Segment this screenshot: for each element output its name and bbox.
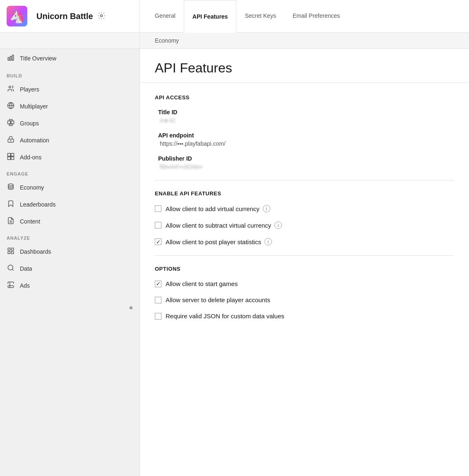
- checkbox-row-delete-accounts: Allow server to delete player accounts: [155, 296, 454, 303]
- checkbox-subtract-virtual-currency-label: Allow client to subtract virtual currenc…: [166, 222, 271, 229]
- sidebar-item-automation[interactable]: Automation: [0, 132, 139, 149]
- svg-point-12: [10, 140, 11, 141]
- svg-rect-23: [12, 252, 14, 254]
- checkbox-row-subtract-virtual-currency: Allow client to subtract virtual currenc…: [155, 221, 454, 229]
- svg-rect-14: [11, 154, 14, 156]
- checkbox-post-player-statistics-label: Allow client to post player statistics: [166, 238, 261, 245]
- sidebar-section-analyze: ANALYZE: [0, 230, 139, 243]
- checkbox-start-games[interactable]: ✓: [155, 281, 161, 287]
- svg-rect-22: [8, 252, 10, 254]
- leaderboards-icon: [7, 200, 15, 209]
- bar-chart-icon: [7, 54, 15, 63]
- title-id-value: A★42: [158, 117, 454, 124]
- svg-rect-8: [11, 121, 14, 124]
- svg-rect-3: [12, 55, 14, 60]
- sidebar-item-content[interactable]: Content: [0, 213, 139, 230]
- checkbox-row-post-player-statistics: ✓ Allow client to post player statistics…: [155, 238, 454, 245]
- checkbox-add-virtual-currency[interactable]: [155, 205, 161, 212]
- publisher-id-value: f6b▪A▪F▪▪303▪b▪▪: [158, 163, 454, 170]
- dashboards-icon: [7, 247, 15, 256]
- addons-icon: [7, 153, 15, 161]
- checkbox-delete-accounts[interactable]: [155, 297, 161, 303]
- checkbox-add-virtual-currency-label: Allow client to add virtual currency: [166, 205, 260, 212]
- data-icon: [7, 264, 15, 273]
- sidebar-item-players[interactable]: Players: [0, 81, 139, 98]
- svg-rect-2: [10, 56, 12, 60]
- logo-emoji: 🦄: [10, 9, 25, 24]
- title-id-label: Title ID: [158, 109, 454, 115]
- sub-tab-economy[interactable]: Economy: [155, 34, 179, 47]
- app-logo: 🦄: [7, 6, 27, 26]
- economy-label: Economy: [20, 184, 44, 191]
- info-icon-post-statistics[interactable]: i: [265, 238, 272, 245]
- svg-rect-13: [8, 154, 11, 156]
- sidebar-item-ads[interactable]: Ads: [0, 277, 139, 294]
- collapse-sidebar-button[interactable]: «: [129, 304, 133, 311]
- svg-rect-9: [9, 120, 12, 121]
- globe-icon: [7, 102, 15, 111]
- ads-icon: [7, 281, 15, 290]
- svg-line-25: [12, 269, 13, 270]
- groups-label: Groups: [20, 120, 39, 127]
- data-label: Data: [20, 265, 32, 272]
- content-label: Content: [20, 218, 40, 225]
- checkbox-start-games-label: Allow client to start games: [166, 280, 238, 287]
- addons-label: Add-ons: [20, 154, 41, 161]
- tab-api-features[interactable]: API Features: [184, 0, 237, 33]
- svg-point-4: [9, 86, 11, 88]
- sidebar-item-groups[interactable]: Groups: [0, 115, 139, 132]
- api-endpoint-label: API endpoint: [158, 132, 454, 139]
- checkbox-post-player-statistics[interactable]: ✓: [155, 238, 161, 245]
- automation-icon: [7, 136, 15, 144]
- checkbox-require-json-label: Require valid JSON for custom data value…: [166, 313, 284, 320]
- svg-rect-7: [8, 121, 11, 124]
- tab-secret-keys[interactable]: Secret Keys: [236, 0, 284, 32]
- sidebar-section-engage: ENGAGE: [0, 166, 139, 179]
- title-overview-label: Title Overview: [20, 55, 56, 62]
- page-title: API Features: [155, 60, 454, 76]
- gear-icon[interactable]: [97, 12, 106, 21]
- svg-rect-20: [8, 248, 10, 250]
- checkbox-subtract-virtual-currency[interactable]: [155, 222, 161, 228]
- sidebar-item-multiplayer[interactable]: Multiplayer: [0, 98, 139, 115]
- checkbox-row-start-games: ✓ Allow client to start games: [155, 280, 454, 287]
- content-icon: [7, 217, 15, 226]
- automation-label: Automation: [20, 137, 49, 144]
- svg-point-24: [8, 265, 13, 270]
- dashboards-label: Dashboards: [20, 248, 51, 255]
- sidebar-item-leaderboards[interactable]: Leaderboards: [0, 196, 139, 213]
- sidebar-item-addons[interactable]: Add-ons: [0, 149, 139, 166]
- players-label: Players: [20, 86, 39, 93]
- checkbox-require-json[interactable]: [155, 313, 161, 320]
- checkbox-row-add-virtual-currency: Allow client to add virtual currency i: [155, 205, 454, 212]
- sidebar-item-economy[interactable]: Economy: [0, 179, 139, 196]
- svg-rect-10: [9, 124, 12, 126]
- groups-icon: [7, 119, 15, 127]
- enable-api-features-section-title: ENABLE API FEATURES: [155, 190, 454, 197]
- leaderboards-label: Leaderboards: [20, 201, 55, 208]
- sidebar-item-title-overview[interactable]: Title Overview: [0, 49, 139, 67]
- tab-email-preferences[interactable]: Email Preferences: [284, 0, 348, 32]
- economy-icon: [7, 183, 15, 192]
- options-section-title: OPTIONS: [155, 266, 454, 272]
- multiplayer-label: Multiplayer: [20, 103, 48, 110]
- svg-rect-16: [11, 157, 14, 160]
- checkbox-row-require-json: Require valid JSON for custom data value…: [155, 313, 454, 320]
- svg-point-0: [100, 14, 102, 17]
- checkbox-delete-accounts-label: Allow server to delete player accounts: [166, 296, 270, 303]
- info-icon-subtract-currency[interactable]: i: [274, 221, 282, 229]
- api-access-section-title: API ACCESS: [155, 94, 454, 101]
- sidebar-section-build: BUILD: [0, 67, 139, 81]
- svg-rect-21: [12, 248, 14, 250]
- app-title: Unicorn Battle: [36, 12, 93, 21]
- sidebar-item-dashboards[interactable]: Dashboards: [0, 243, 139, 260]
- players-icon: [7, 85, 15, 94]
- svg-rect-15: [8, 157, 11, 160]
- svg-rect-1: [8, 58, 9, 60]
- tab-general[interactable]: General: [147, 0, 184, 32]
- info-icon-add-currency[interactable]: i: [263, 205, 270, 212]
- sidebar-item-data[interactable]: Data: [0, 260, 139, 277]
- api-endpoint-value: https://▪▪▪.playfabapi.com/: [158, 140, 454, 147]
- svg-point-17: [8, 184, 13, 186]
- publisher-id-label: Publisher ID: [158, 155, 454, 162]
